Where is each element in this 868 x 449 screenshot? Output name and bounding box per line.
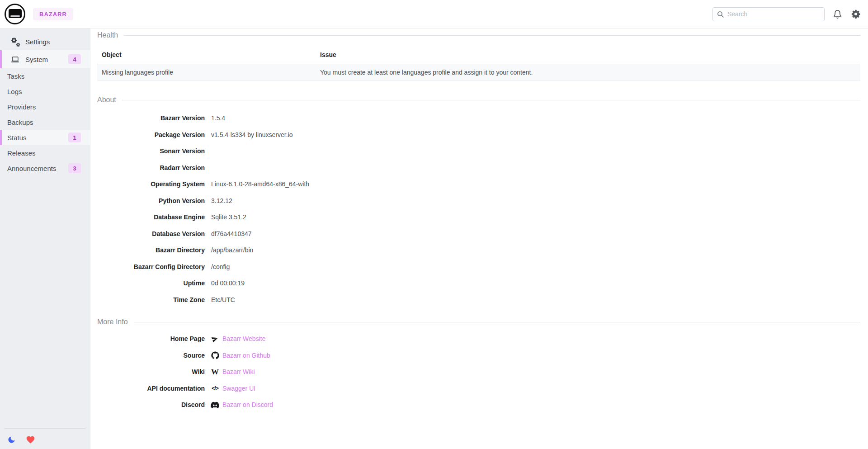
sidebar-item-label: Providers	[7, 103, 36, 111]
health-table-row: Missing languages profile You must creat…	[97, 64, 860, 81]
about-row-label: Bazarr Config Directory	[97, 263, 205, 270]
bazarr-logo[interactable]	[5, 4, 25, 24]
settings-gear-icon[interactable]	[850, 8, 862, 20]
about-row-label: Database Version	[97, 230, 205, 237]
sidebar-item[interactable]: Providers	[0, 99, 90, 114]
code-icon: </>	[211, 384, 219, 392]
about-row-label: Package Version	[97, 131, 205, 138]
more-info-row: Wiki W Bazarr Wiki	[97, 364, 860, 380]
sidebar-item-label: Logs	[7, 88, 22, 95]
system-count-badge: 4	[68, 54, 81, 64]
system-status-page: Health Object Issue Missing languages pr…	[90, 28, 868, 449]
dark-mode-moon-icon[interactable]	[6, 435, 16, 444]
sidebar-settings-label: Settings	[25, 38, 50, 46]
more-info-section-header: More Info	[97, 318, 860, 326]
about-row: Uptime 0d 00:00:19	[97, 275, 860, 292]
about-section-header: About	[97, 96, 860, 104]
brand-badge[interactable]: BAZARR	[33, 8, 73, 20]
health-section-header: Health	[97, 31, 860, 39]
github-icon	[211, 351, 219, 359]
about-row-value: 3.12.12	[211, 197, 232, 204]
about-row-label: Time Zone	[97, 296, 205, 303]
more-info-row: API documentation </> Swagger UI	[97, 380, 860, 397]
about-row-value: 1.5.4	[211, 114, 225, 122]
about-row-value: /config	[211, 263, 230, 270]
about-row: Package Version v1.5.4-ls334 by linuxser…	[97, 127, 860, 143]
more-info-link[interactable]: Bazarr Website	[222, 335, 265, 342]
about-row: Sonarr Version	[97, 143, 860, 160]
top-bar: BAZARR	[0, 0, 868, 28]
sidebar-item[interactable]: Announcements 3	[0, 161, 90, 176]
about-rows: Bazarr Version 1.5.4 Package Version v1.…	[97, 110, 860, 308]
discord-icon	[211, 401, 219, 409]
sidebar-item[interactable]: Backups	[0, 114, 90, 130]
sidebar-item-label: Announcements	[7, 165, 56, 172]
more-info-row: Home Page Bazarr Website	[97, 331, 860, 347]
sidebar: Settings System 4 Tasks Logs	[0, 28, 90, 449]
sidebar-item[interactable]: Tasks	[0, 68, 90, 84]
more-info-rows: Home Page Bazarr Website	[97, 331, 860, 413]
search-box[interactable]	[712, 7, 825, 21]
search-icon	[717, 10, 724, 18]
sidebar-item[interactable]: Status 1	[0, 130, 90, 145]
about-row-value: df76a4410347	[211, 230, 252, 237]
about-row: Database Version df76a4410347	[97, 226, 860, 242]
sidebar-item-label: Status	[7, 134, 27, 142]
sidebar-system-label: System	[25, 56, 48, 63]
health-column-issue: Issue	[316, 44, 860, 64]
about-row-label: Bazarr Directory	[97, 246, 205, 254]
more-info-link[interactable]: Swagger UI	[222, 385, 255, 392]
about-row-value: 0d 00:00:19	[211, 279, 245, 287]
about-row: Bazarr Directory /app/bazarr/bin	[97, 242, 860, 259]
about-row-label: Uptime	[97, 279, 205, 287]
about-row: Python Version 3.12.12	[97, 193, 860, 209]
laptop-icon	[11, 55, 19, 64]
about-row-label: Bazarr Version	[97, 114, 205, 122]
sidebar-footer	[0, 428, 90, 444]
more-info-row-label: Home Page	[97, 335, 205, 342]
sidebar-item[interactable]: Logs	[0, 84, 90, 99]
about-row-label: Radarr Version	[97, 164, 205, 171]
about-row-value: /app/bazarr/bin	[211, 246, 253, 254]
about-row-value: v1.5.4-ls334 by linuxserver.io	[211, 131, 293, 138]
section-divider	[122, 100, 860, 100]
donate-heart-icon[interactable]	[25, 435, 35, 444]
more-info-row-label: Wiki	[97, 368, 205, 375]
sidebar-item-label: Releases	[7, 149, 36, 157]
about-title: About	[97, 96, 116, 104]
about-row-value: Etc/UTC	[211, 296, 235, 303]
more-info-link[interactable]: Bazarr on Github	[222, 352, 270, 359]
about-row: Operating System Linux-6.1.0-28-amd64-x8…	[97, 176, 860, 193]
header-actions	[712, 7, 862, 21]
more-info-row-label: API documentation	[97, 385, 205, 392]
notifications-bell-icon[interactable]	[831, 8, 843, 20]
sidebar-footer-divider	[5, 428, 85, 429]
health-title: Health	[97, 31, 118, 39]
sidebar-item-badge: 1	[68, 132, 81, 142]
more-info-link[interactable]: Bazarr on Discord	[222, 401, 273, 408]
more-info-link[interactable]: Bazarr Wiki	[222, 368, 255, 375]
health-table-header-row: Object Issue	[97, 44, 860, 64]
sidebar-item-label: Backups	[7, 118, 33, 126]
about-row: Radarr Version	[97, 160, 860, 176]
wikipedia-icon: W	[211, 368, 219, 376]
search-input[interactable]	[727, 10, 821, 18]
bazarr-app: BAZARR Settings	[0, 0, 868, 449]
more-info-row-label: Discord	[97, 401, 205, 408]
about-row-value: Linux-6.1.0-28-amd64-x86_64-with	[211, 180, 309, 188]
send-icon	[211, 335, 219, 343]
about-row-label: Database Engine	[97, 213, 205, 221]
more-info-row-label: Source	[97, 352, 205, 359]
sidebar-item-system[interactable]: System 4	[0, 50, 90, 68]
about-row-label: Sonarr Version	[97, 147, 205, 155]
section-divider	[124, 35, 860, 36]
about-row: Bazarr Version 1.5.4	[97, 110, 860, 127]
section-divider	[134, 322, 860, 322]
health-table: Object Issue Missing languages profile Y…	[97, 44, 860, 81]
about-row: Bazarr Config Directory /config	[97, 259, 860, 275]
sidebar-item-badge: 3	[68, 163, 81, 173]
more-info-row: Discord Bazarr on Discord	[97, 397, 860, 413]
sidebar-item-settings[interactable]: Settings	[0, 33, 90, 50]
sidebar-item[interactable]: Releases	[0, 145, 90, 161]
health-column-object: Object	[97, 44, 316, 64]
